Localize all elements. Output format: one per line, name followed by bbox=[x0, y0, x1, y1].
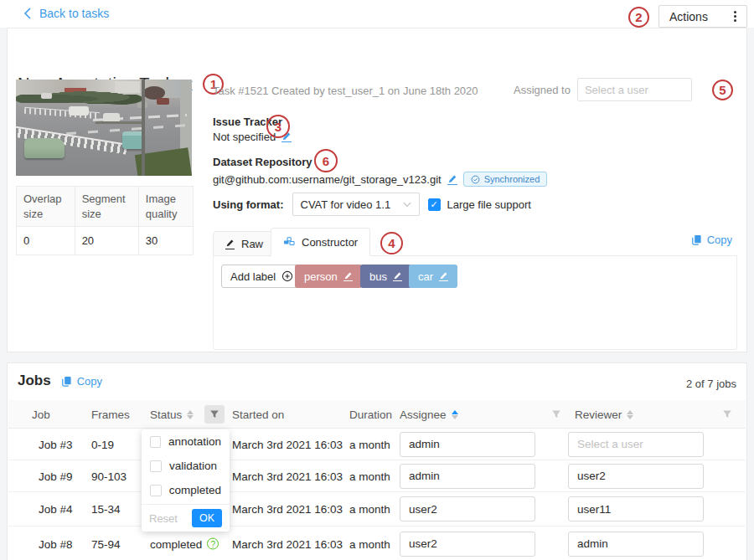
filter-reset-button[interactable]: Reset bbox=[149, 512, 178, 525]
job-row: Job #8 75-94 completed ? March 3rd 2021 … bbox=[8, 527, 746, 560]
copy-icon bbox=[691, 234, 702, 245]
annotation-circle-3: 3 bbox=[266, 115, 290, 138]
filter-validation-label: validation bbox=[169, 460, 217, 472]
param-header-segment: Segment size bbox=[75, 187, 138, 227]
label-chip-bus[interactable]: bus bbox=[360, 265, 411, 288]
constructor-blocks-icon bbox=[283, 236, 295, 248]
using-format-label: Using format: bbox=[213, 198, 284, 211]
annotation-circle-6: 6 bbox=[314, 149, 338, 172]
param-value-segment: 20 bbox=[75, 227, 138, 255]
job-link[interactable]: Job #3 bbox=[39, 438, 73, 450]
col-status-sort[interactable]: Status bbox=[150, 400, 194, 429]
actions-button[interactable]: Actions bbox=[658, 5, 747, 28]
filter-ok-button[interactable]: OK bbox=[192, 509, 222, 527]
task-detail-card: New Annotation Task 1 Overlap size Segme… bbox=[7, 28, 747, 352]
reviewer-input[interactable] bbox=[568, 432, 704, 457]
job-link[interactable]: Job #4 bbox=[39, 503, 73, 516]
copy-icon bbox=[61, 376, 72, 387]
reviewer-input[interactable] bbox=[568, 496, 704, 521]
status-filter-dropdown: annotation validation completed Reset OK bbox=[142, 429, 230, 532]
actions-label: Actions bbox=[669, 10, 708, 23]
reviewer-input[interactable] bbox=[568, 532, 704, 557]
label-chip-car[interactable]: car bbox=[409, 265, 457, 288]
filter-annotation-label: annotation bbox=[168, 435, 221, 448]
dataset-repository-label: Dataset Repository bbox=[213, 156, 312, 168]
tab-constructor[interactable]: Constructor bbox=[271, 228, 370, 256]
label-car-text: car bbox=[418, 270, 433, 283]
col-reviewer: Reviewer bbox=[575, 408, 622, 421]
jobs-header: Jobs Copy bbox=[18, 372, 102, 389]
plus-circle-icon bbox=[281, 270, 293, 282]
job-duration: a month bbox=[349, 537, 390, 550]
filter-option-completed[interactable]: completed bbox=[142, 478, 230, 502]
edit-car-label-icon[interactable] bbox=[439, 271, 448, 281]
label-person-text: person bbox=[304, 270, 338, 283]
jobs-card: Jobs Copy 2 of 7 jobs Job Frames Status … bbox=[7, 362, 747, 560]
edit-bus-label-icon[interactable] bbox=[393, 271, 402, 281]
back-chevron-icon bbox=[23, 8, 32, 19]
annotation-circle-2: 2 bbox=[628, 7, 649, 28]
filter-option-validation[interactable]: validation bbox=[142, 454, 230, 478]
edit-person-label-icon[interactable] bbox=[343, 271, 353, 281]
assignee-filter-icon[interactable] bbox=[551, 409, 561, 419]
format-select[interactable]: CVAT for video 1.1 bbox=[292, 193, 420, 216]
using-format-row: Using format: CVAT for video 1.1 ✓ Large… bbox=[213, 193, 531, 216]
job-status-completed: completed ? bbox=[150, 537, 219, 550]
labels-copy-button[interactable]: Copy bbox=[691, 234, 732, 246]
annotation-checkbox[interactable] bbox=[150, 436, 161, 448]
synchronized-badge: Synchronized bbox=[463, 172, 548, 187]
back-to-tasks-link[interactable]: Back to tasks bbox=[23, 7, 109, 20]
reviewer-sorter-icon[interactable] bbox=[627, 410, 633, 419]
annotation-circle-5: 5 bbox=[712, 80, 733, 100]
assignee-input[interactable] bbox=[400, 496, 535, 521]
check-circle-icon bbox=[471, 175, 480, 184]
large-file-support-checkbox[interactable]: ✓ bbox=[428, 198, 441, 211]
param-header-quality: Image quality bbox=[138, 187, 193, 227]
assigned-to-label: Assigned to bbox=[514, 84, 571, 96]
job-link[interactable]: Job #9 bbox=[39, 470, 73, 482]
chevron-down-icon bbox=[403, 202, 411, 208]
assignee-sorter-icon[interactable] bbox=[452, 410, 458, 419]
kebab-menu-icon bbox=[734, 11, 736, 22]
assignee-input[interactable] bbox=[400, 464, 535, 489]
question-circle-icon[interactable]: ? bbox=[207, 538, 219, 550]
assignee-input[interactable] bbox=[400, 432, 535, 457]
job-started: March 3rd 2021 16:03 bbox=[232, 438, 343, 450]
job-frames: 15-34 bbox=[91, 503, 121, 516]
assignee-input[interactable] bbox=[400, 532, 535, 557]
back-to-tasks-label: Back to tasks bbox=[39, 7, 109, 20]
large-file-support-row[interactable]: ✓ Large file support bbox=[428, 198, 531, 211]
issue-tracker-value: Not specified bbox=[213, 131, 276, 143]
add-label-text: Add label bbox=[230, 270, 276, 283]
job-started: March 3rd 2021 16:03 bbox=[232, 503, 343, 516]
jobs-copy-button[interactable]: Copy bbox=[61, 375, 102, 388]
status-sorter-icon[interactable] bbox=[187, 410, 194, 419]
job-duration: a month bbox=[349, 503, 390, 516]
jobs-count: 2 of 7 jobs bbox=[686, 378, 736, 390]
reviewer-filter-icon[interactable] bbox=[722, 409, 732, 419]
col-job: Job bbox=[32, 408, 50, 421]
synchronized-label: Synchronized bbox=[484, 174, 540, 184]
reviewer-input[interactable] bbox=[568, 464, 704, 489]
validation-checkbox[interactable] bbox=[150, 460, 162, 472]
task-params-table: Overlap size Segment size Image quality … bbox=[16, 186, 194, 255]
col-reviewer-sort[interactable]: Reviewer bbox=[575, 400, 633, 429]
assigned-to-input[interactable] bbox=[577, 78, 692, 101]
filter-completed-label: completed bbox=[169, 484, 221, 496]
param-value-quality: 30 bbox=[138, 227, 193, 255]
jobs-title: Jobs bbox=[18, 372, 51, 389]
col-frames: Frames bbox=[91, 408, 130, 421]
col-assignee-sort[interactable]: Assignee bbox=[400, 400, 458, 429]
add-label-button[interactable]: Add label bbox=[221, 265, 302, 288]
edit-repository-icon[interactable] bbox=[447, 174, 457, 185]
label-chip-person[interactable]: person bbox=[295, 265, 362, 288]
status-filter-icon[interactable] bbox=[204, 405, 225, 424]
job-link[interactable]: Job #8 bbox=[39, 537, 73, 550]
col-status: Status bbox=[150, 408, 182, 421]
filter-option-annotation[interactable]: annotation bbox=[142, 429, 230, 454]
job-started: March 3rd 2021 16:03 bbox=[232, 537, 343, 550]
completed-checkbox[interactable] bbox=[150, 485, 162, 496]
col-assignee: Assignee bbox=[400, 408, 447, 421]
tab-raw[interactable]: Raw bbox=[213, 231, 276, 256]
tab-constructor-label: Constructor bbox=[302, 236, 358, 249]
